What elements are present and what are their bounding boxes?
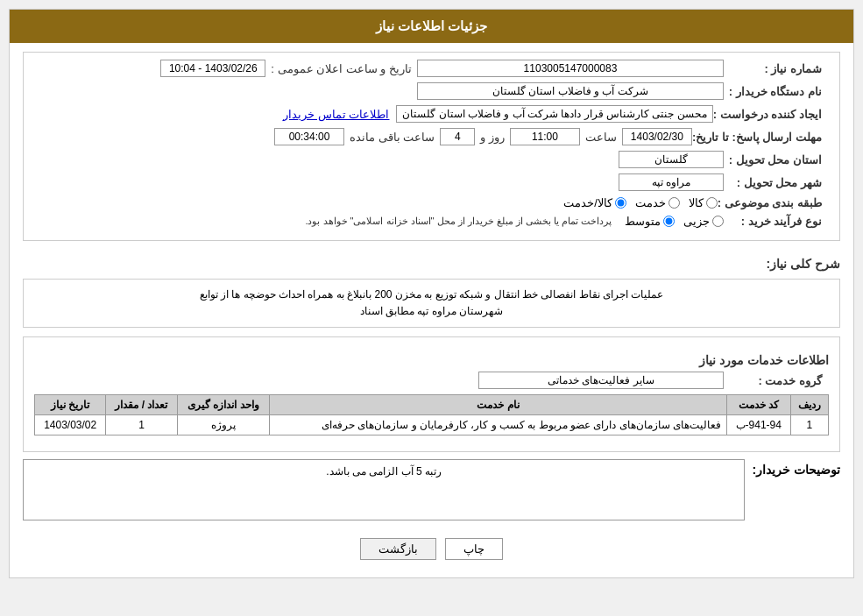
main-info-section: شماره نیاز : 1103005147000083 تاریخ و سا… xyxy=(23,52,840,241)
process-radio-group: جزیی متوسط xyxy=(625,215,724,228)
back-button[interactable]: بازگشت xyxy=(360,538,436,560)
td-row-1: 1 xyxy=(790,415,828,435)
th-qty: تعداد / مقدار xyxy=(106,395,177,415)
services-section: اطلاعات خدمات مورد نیاز گروه خدمت : سایر… xyxy=(23,336,840,452)
th-code: کد خدمت xyxy=(726,395,790,415)
province-value: گلستان xyxy=(619,151,724,168)
buyer-comments-text: رتبه 5 آب الزامی می باشد. xyxy=(326,465,442,478)
description-text2: شهرستان مراوه تپه مطابق اسناد xyxy=(31,303,832,320)
description-section-title: شرح کلی نیاز: xyxy=(767,257,840,271)
process-option-jozii: جزیی xyxy=(683,215,724,228)
process-note: پرداخت تمام یا بخشی از مبلغ خریدار از مح… xyxy=(305,216,612,227)
services-table-header-row: ردیف کد خدمت نام خدمت واحد اندازه گیری ت… xyxy=(35,395,829,415)
main-container: جزئیات اطلاعات نیاز شماره نیاز : 1103005… xyxy=(9,9,854,578)
announce-label: تاریخ و ساعت اعلان عمومی : xyxy=(271,62,412,75)
deadline-time-label: ساعت xyxy=(585,131,617,144)
header-bar: جزئیات اطلاعات نیاز xyxy=(10,10,853,43)
process-row: نوع فرآیند خرید : جزیی متوسط پرداخت تمام… xyxy=(34,215,829,228)
category-option-both: کالا/خدمت xyxy=(563,196,626,209)
category-label: طبقه بندی موضوعی : xyxy=(718,196,829,209)
process-label-motaveset: متوسط xyxy=(625,215,661,228)
buyer-comments-label: توضیحات خریدار: xyxy=(752,459,840,477)
announce-value: 1403/02/26 - 10:04 xyxy=(160,60,265,77)
process-label: نوع فرآیند خرید : xyxy=(724,215,829,228)
niyaz-value: 1103005147000083 xyxy=(417,60,724,77)
city-value: مراوه تپه xyxy=(619,173,724,191)
td-name-1: فعالیت‌های سازمان‌های دارای عضو مربوط به… xyxy=(269,415,726,435)
category-label-both: کالا/خدمت xyxy=(563,196,612,209)
buyer-row: نام دستگاه خریدار : شرکت آب و فاضلاب است… xyxy=(34,82,829,100)
process-option-motaveset: متوسط xyxy=(625,215,675,228)
deadline-hours-label: ساعت باقی مانده xyxy=(350,131,435,144)
service-group-value: سایر فعالیت‌های خدماتی xyxy=(478,372,724,389)
services-table-body: 1 941-94-ب فعالیت‌های سازمان‌های دارای ع… xyxy=(35,415,829,435)
services-table-section: ردیف کد خدمت نام خدمت واحد اندازه گیری ت… xyxy=(34,394,829,435)
creator-label: ایجاد کننده درخواست : xyxy=(713,108,829,121)
td-unit-1: پروژه xyxy=(177,415,269,435)
deadline-days-label: روز و xyxy=(480,131,505,144)
category-radio-khedmat[interactable] xyxy=(668,197,680,209)
td-qty-1: 1 xyxy=(106,415,177,435)
process-radio-motaveset[interactable] xyxy=(663,216,675,227)
category-option-kala: کالا xyxy=(689,196,718,209)
deadline-date: 1403/02/30 xyxy=(622,128,692,145)
description-box: عملیات اجرای نقاط انفصالی خط انتقال و شب… xyxy=(23,279,840,328)
deadline-remaining: 00:34:00 xyxy=(274,128,344,145)
niyaz-row: شماره نیاز : 1103005147000083 تاریخ و سا… xyxy=(34,60,829,77)
service-group-label: گروه خدمت : xyxy=(724,374,829,387)
category-radio-both[interactable] xyxy=(615,197,626,209)
buyer-value: شرکت آب و فاضلاب استان گلستان xyxy=(417,82,724,100)
creator-row: ایجاد کننده درخواست : محسن جنتی کارشناس … xyxy=(34,105,829,123)
category-label-khedmat: خدمت xyxy=(635,196,666,209)
td-date-1: 1403/03/02 xyxy=(35,415,106,435)
services-table: ردیف کد خدمت نام خدمت واحد اندازه گیری ت… xyxy=(34,394,829,435)
services-title: اطلاعات خدمات مورد نیاز xyxy=(34,353,829,367)
page-title: جزئیات اطلاعات نیاز xyxy=(376,18,487,33)
td-code-1: 941-94-ب xyxy=(726,415,790,435)
deadline-row: مهلت ارسال پاسخ: تا تاریخ: 1403/02/30 سا… xyxy=(34,128,829,145)
category-radio-kala[interactable] xyxy=(706,197,718,209)
description-text1: عملیات اجرای نقاط انفصالی خط انتقال و شب… xyxy=(31,287,832,303)
province-label: استان محل تحویل : xyxy=(724,153,829,166)
creator-value: محسن جنتی کارشناس قرار دادها شرکت آب و ف… xyxy=(396,105,712,123)
category-row: طبقه بندی موضوعی : کالا خدمت کالا/خدمت xyxy=(34,196,829,209)
table-row: 1 941-94-ب فعالیت‌های سازمان‌های دارای ع… xyxy=(35,415,829,435)
content-area: شماره نیاز : 1103005147000083 تاریخ و سا… xyxy=(10,43,853,577)
city-label: شهر محل تحویل : xyxy=(724,176,829,189)
category-radio-group: کالا خدمت کالا/خدمت xyxy=(563,196,718,209)
category-label-kala: کالا xyxy=(689,196,704,209)
buyer-comments-section: توضیحات خریدار: رتبه 5 آب الزامی می باشد… xyxy=(23,459,840,520)
process-radio-jozii[interactable] xyxy=(712,216,724,227)
print-button[interactable]: چاپ xyxy=(445,538,503,560)
buttons-row: چاپ بازگشت xyxy=(23,529,840,569)
services-table-header: ردیف کد خدمت نام خدمت واحد اندازه گیری ت… xyxy=(35,395,829,415)
city-row: شهر محل تحویل : مراوه تپه xyxy=(34,173,829,191)
niyaz-label: شماره نیاز : xyxy=(724,62,829,75)
deadline-days: 4 xyxy=(440,128,475,145)
creator-link[interactable]: اطلاعات تماس خریدار xyxy=(283,108,389,121)
buyer-comments-box: رتبه 5 آب الزامی می باشد. xyxy=(23,459,745,520)
deadline-label: مهلت ارسال پاسخ: تا تاریخ: xyxy=(692,131,829,144)
province-row: استان محل تحویل : گلستان xyxy=(34,151,829,168)
process-label-jozii: جزیی xyxy=(683,215,710,228)
th-date: تاریخ نیاز xyxy=(35,395,106,415)
th-name: نام خدمت xyxy=(269,395,726,415)
buyer-label: نام دستگاه خریدار : xyxy=(724,85,829,98)
description-section-header: شرح کلی نیاز: xyxy=(23,248,840,275)
th-row: ردیف xyxy=(790,395,828,415)
service-group-row: گروه خدمت : سایر فعالیت‌های خدماتی xyxy=(34,372,829,389)
category-option-khedmat: خدمت xyxy=(635,196,680,209)
th-unit: واحد اندازه گیری xyxy=(177,395,269,415)
deadline-time: 11:00 xyxy=(510,128,580,145)
